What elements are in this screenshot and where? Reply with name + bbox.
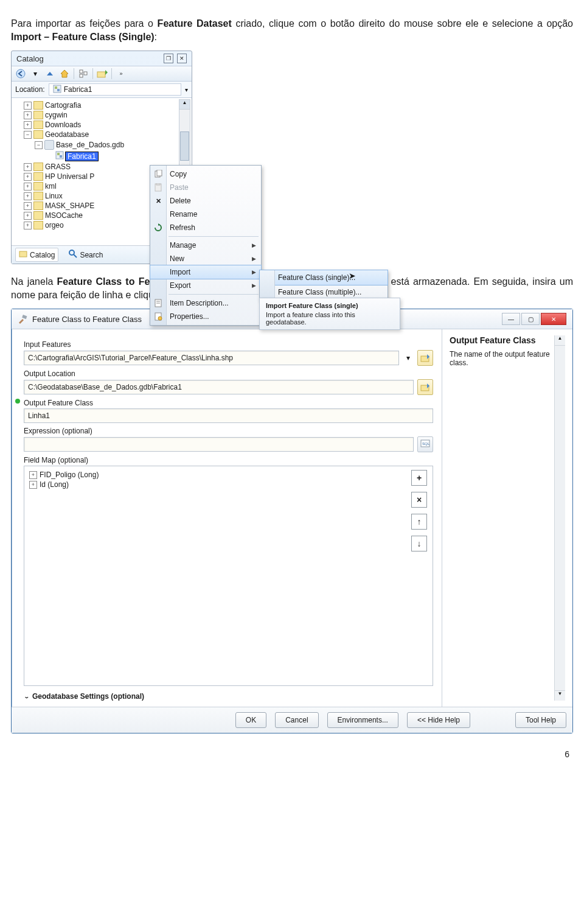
tree-item[interactable]: MSOCache xyxy=(45,211,83,220)
expand-icon[interactable]: + xyxy=(24,212,32,220)
home-icon[interactable] xyxy=(59,68,70,79)
window-close-icon[interactable]: ✕ xyxy=(177,54,187,63)
ctx-item-description[interactable]: Item Description... xyxy=(150,296,261,310)
tree-item[interactable]: cygwin xyxy=(45,111,68,119)
location-input[interactable]: Fabrica1 xyxy=(49,83,181,96)
move-up-button[interactable]: ↑ xyxy=(411,514,427,530)
expand-icon[interactable]: + xyxy=(24,163,32,171)
ctx-delete[interactable]: ✕ Delete xyxy=(150,194,261,208)
ctx-label: Export xyxy=(170,281,191,290)
scroll-down-icon[interactable]: ▼ xyxy=(555,690,565,701)
overflow-icon[interactable]: » xyxy=(116,68,127,79)
tree-toggle-icon[interactable] xyxy=(78,68,89,79)
t: Feature Dataset xyxy=(158,18,232,29)
scroll-up-icon[interactable]: ▲ xyxy=(555,335,565,346)
tree-item[interactable]: Base_de_Dados.gdb xyxy=(56,141,124,149)
collapse-icon[interactable]: − xyxy=(24,131,32,139)
dropdown-icon[interactable]: ▾ xyxy=(30,68,41,79)
dropdown-icon[interactable]: ▾ xyxy=(185,86,188,93)
expand-icon[interactable]: + xyxy=(24,192,32,200)
browse-button[interactable] xyxy=(417,379,433,395)
ctx-export[interactable]: Export▶ xyxy=(150,279,261,292)
field-map-item[interactable]: FID_Poligo (Long) xyxy=(40,471,99,479)
gdb-settings-label: Geodatabase Settings (optional) xyxy=(32,692,144,701)
ctx-properties[interactable]: Properties... xyxy=(150,310,261,323)
tree-item[interactable]: Linux xyxy=(45,192,63,200)
geodatabase-settings-toggle[interactable]: ⌄Geodatabase Settings (optional) xyxy=(24,692,433,701)
tab-catalog[interactable]: Catalog xyxy=(15,248,58,262)
scroll-up-icon[interactable]: ▲ xyxy=(179,100,190,110)
tab-search[interactable]: Search xyxy=(66,248,106,262)
ctx-label: Import xyxy=(170,268,190,276)
output-location-field[interactable]: C:\Geodatabase\Base_de_Dados.gdb\Fabrica… xyxy=(24,380,414,394)
tree-item-selected[interactable]: Fabrica1 xyxy=(66,152,98,161)
scrollbar[interactable]: ▲ ▼ xyxy=(554,335,565,701)
ok-button[interactable]: OK xyxy=(235,712,266,728)
tree-item[interactable]: kml xyxy=(45,182,57,191)
ctx-rename[interactable]: Rename xyxy=(150,208,261,221)
maximize-button[interactable]: ▢ xyxy=(521,313,540,325)
ctx-refresh[interactable]: Refresh xyxy=(150,221,261,234)
tree-item[interactable]: MASK_SHAPE xyxy=(45,201,94,210)
add-button[interactable]: + xyxy=(411,470,427,486)
expand-icon[interactable]: + xyxy=(24,111,32,119)
page-number: 6 xyxy=(11,749,573,759)
browse-button[interactable] xyxy=(417,350,433,366)
tree-item[interactable]: Cartografia xyxy=(45,101,81,110)
ctx-manage[interactable]: Manage▶ xyxy=(150,239,261,252)
dropdown-icon[interactable]: ▾ xyxy=(403,354,414,362)
remove-button[interactable]: × xyxy=(411,492,427,508)
close-button[interactable]: ✕ xyxy=(541,313,566,325)
up-icon[interactable] xyxy=(44,68,55,79)
expand-icon[interactable]: + xyxy=(24,183,32,191)
field-value: C:\Geodatabase\Base_de_Dados.gdb\Fabrica… xyxy=(28,383,182,391)
dialog-left-panel: Input Features C:\Cartografia\ArcGIS\Tut… xyxy=(12,329,442,707)
field-map-tree[interactable]: +FID_Poligo (Long) +Id (Long) xyxy=(24,466,406,685)
tool-help-button[interactable]: Tool Help xyxy=(515,712,566,728)
expand-icon[interactable]: + xyxy=(24,222,32,229)
collapse-icon[interactable]: − xyxy=(35,141,43,149)
expression-field[interactable] xyxy=(24,437,414,452)
submenu-label: Feature Class (single)... xyxy=(278,273,355,282)
field-map-item[interactable]: Id (Long) xyxy=(40,480,69,489)
window-restore-icon[interactable]: ❐ xyxy=(164,54,173,63)
t: : xyxy=(155,32,157,42)
import-submenu: Feature Class (single)... Feature Class … xyxy=(259,270,388,300)
tooltip: Import Feature Class (single) Import a f… xyxy=(259,298,400,330)
ctx-import[interactable]: Import▶ xyxy=(150,265,261,279)
feature-dataset-icon xyxy=(55,151,64,161)
ctx-copy[interactable]: Copy xyxy=(150,167,261,181)
submenu-feature-class-single[interactable]: Feature Class (single)... xyxy=(260,270,388,285)
label-output-feature-class: Output Feature Class xyxy=(24,399,433,407)
expand-icon[interactable]: + xyxy=(24,121,32,129)
back-icon[interactable] xyxy=(15,68,26,79)
sql-button[interactable]: SQL xyxy=(417,436,433,452)
tree-item[interactable]: HP Universal P xyxy=(45,172,94,181)
environments-button[interactable]: Environments... xyxy=(327,712,398,728)
expand-icon[interactable]: + xyxy=(24,173,32,181)
folder-icon xyxy=(33,182,43,191)
tree-item[interactable]: Geodatabase xyxy=(45,130,89,139)
ctx-new[interactable]: New▶ xyxy=(150,252,261,265)
output-feature-class-field[interactable]: Linha1 xyxy=(24,408,433,423)
scroll-thumb[interactable] xyxy=(180,131,189,161)
move-down-button[interactable]: ↓ xyxy=(411,536,427,551)
expand-icon[interactable]: + xyxy=(29,471,37,479)
expand-icon[interactable]: + xyxy=(24,202,32,210)
field-map-controls: + × ↑ ↓ xyxy=(406,466,433,685)
expand-icon[interactable]: + xyxy=(24,102,32,110)
folder-icon xyxy=(33,211,43,220)
ctx-label: Rename xyxy=(170,210,197,219)
minimize-button[interactable]: — xyxy=(502,313,520,325)
expand-icon[interactable]: + xyxy=(29,481,37,489)
location-label: Location: xyxy=(15,85,45,94)
folder-icon xyxy=(33,201,43,210)
tree-item[interactable]: GRASS xyxy=(45,163,71,171)
connect-folder-icon[interactable] xyxy=(97,68,108,79)
svg-rect-7 xyxy=(57,89,60,91)
tree-item[interactable]: Downloads xyxy=(45,121,81,129)
tree-item[interactable]: orgeo xyxy=(45,221,64,229)
hide-help-button[interactable]: << Hide Help xyxy=(407,712,470,728)
input-features-field[interactable]: C:\Cartografia\ArcGIS\Tutorial_Parcel\Fe… xyxy=(24,351,399,365)
cancel-button[interactable]: Cancel xyxy=(275,712,318,728)
